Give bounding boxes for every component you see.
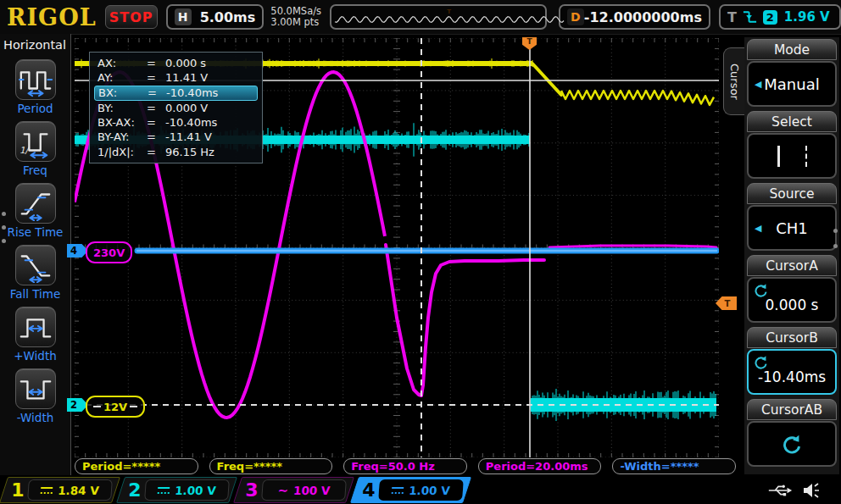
menu-item-cursor-ab[interactable]: CursorAB xyxy=(747,399,837,467)
menu-item-label: -Width xyxy=(17,411,54,424)
run-state-label: STOP xyxy=(109,9,153,25)
channel-scale: 1.00 V xyxy=(175,484,217,497)
menu-item-label: Fall Time xyxy=(10,287,61,301)
menu-page-indicator xyxy=(2,212,6,243)
channel-scale: 100 V xyxy=(293,484,331,497)
channel-number: 4 xyxy=(359,479,379,501)
fall-time-icon xyxy=(15,245,56,285)
measurement-item[interactable]: Period=20.00ms xyxy=(478,458,602,474)
measurement-item[interactable]: Period=***** xyxy=(75,458,198,474)
cursor-b-value: -10.40ms xyxy=(758,368,826,385)
measurement-text: Freq=50.0 Hz xyxy=(351,460,435,473)
trigger-box[interactable]: T 2 1.96 V xyxy=(719,4,841,30)
rise-time-icon xyxy=(15,183,56,224)
cursor-info-row: AY:=11.41 V xyxy=(94,70,258,85)
menu-item-fall-time[interactable]: Fall Time xyxy=(0,245,70,301)
cursor-menu: Cursor Mode ◀ Manual Select Source ◀ xyxy=(744,37,839,474)
cursor-info-row: BY:=0.000 V xyxy=(94,101,258,115)
cursor-info-row: AX:=0.000 s xyxy=(94,56,258,70)
dc-coupling-icon xyxy=(158,486,170,495)
menu-item-title: CursorA xyxy=(747,255,837,276)
falling-edge-icon xyxy=(742,9,758,25)
menu-tab-label: Cursor xyxy=(728,64,741,100)
cursor-a-value: 0.000 s xyxy=(766,296,819,313)
cursor-dash-decoration xyxy=(130,406,137,407)
dc-coupling-icon xyxy=(41,486,53,495)
channel-number: 3 xyxy=(242,479,262,501)
horizontal-badge: H xyxy=(175,8,192,25)
channel-3-label-text: 230V xyxy=(93,246,125,259)
left-arrow-icon: ◀ xyxy=(755,79,761,90)
measurement-item[interactable]: Freq=50.0 Hz xyxy=(343,458,467,474)
channel-scale: 1.84 V xyxy=(58,484,100,497)
measurement-bar: Period=***** Freq=***** Freq=50.0 Hz Per… xyxy=(75,458,736,474)
channel-scale-box: 1.84 V xyxy=(27,479,113,501)
cursor-info-row: BX-AX:=-10.40ms xyxy=(94,115,258,130)
menu-item-period[interactable]: Period xyxy=(0,59,70,115)
channel-bar: 1 1.84 V 2 1.00 V 3 ~ 100 V xyxy=(0,476,841,504)
menu-item-title: Source xyxy=(747,183,837,204)
menu-item-label: Freq xyxy=(23,163,47,177)
measurement-item[interactable]: -Width=***** xyxy=(612,458,736,474)
cursor-dash-decoration xyxy=(93,406,101,407)
knob-icon xyxy=(754,283,768,297)
menu-item-title: CursorAB xyxy=(747,399,837,420)
trigger-source-badge: 2 xyxy=(763,10,777,25)
measurement-text: Period=***** xyxy=(82,460,160,473)
channel-1-label: 12V xyxy=(86,396,145,418)
menu-item-title: Mode xyxy=(747,39,837,60)
knob-icon xyxy=(782,434,802,454)
menu-item-cursor-b[interactable]: CursorB -10.40ms xyxy=(747,327,837,395)
run-state-button[interactable]: STOP xyxy=(105,5,158,29)
horizontal-scale-value: 5.00ms xyxy=(200,9,256,25)
waveform-preview[interactable]: T xyxy=(330,4,547,30)
channel-4-button[interactable]: 4 1.00 V xyxy=(350,477,471,503)
dc-coupling-icon xyxy=(392,486,404,495)
menu-item-plus-width[interactable]: +Width xyxy=(0,307,70,363)
delay-value: -12.0000000ms xyxy=(584,9,702,25)
delay-box[interactable]: D -12.0000000ms xyxy=(559,4,710,30)
cursor-info-row-selected: BX:=-10.40ms xyxy=(94,86,258,101)
menu-item-label: +Width xyxy=(14,349,57,363)
source-page-indicator xyxy=(833,229,838,248)
channel-scale-box: 1.00 V xyxy=(378,479,464,501)
measurement-text: Period=20.00ms xyxy=(486,460,588,473)
channel-1-label-text: 12V xyxy=(103,401,127,413)
channel-2-button[interactable]: 2 1.00 V xyxy=(116,477,237,503)
channel-1-button[interactable]: 1 1.84 V xyxy=(0,477,120,503)
measurement-text: -Width=***** xyxy=(620,460,699,473)
menu-item-minus-width[interactable]: -Width xyxy=(0,368,70,424)
measurement-item[interactable]: Freq=***** xyxy=(209,458,333,474)
channel-scale-box: 1.00 V xyxy=(144,479,230,501)
topbar: RIGOL STOP H 5.00ms 50.0MSa/s 3.00M pts … xyxy=(0,0,841,35)
menu-item-title: CursorB xyxy=(747,327,837,348)
status-icons xyxy=(766,482,821,499)
horizontal-scale-box[interactable]: H 5.00ms xyxy=(166,4,265,30)
channel-number: 2 xyxy=(125,479,145,501)
cursor-info-row: BY-AY:=-11.41 V xyxy=(94,130,258,144)
menu-item-title: Select xyxy=(747,111,837,132)
menu-item-rise-time[interactable]: Rise Time xyxy=(0,183,70,239)
knob-icon xyxy=(754,355,768,369)
menu-item-source[interactable]: Source ◀ CH1 xyxy=(747,183,837,251)
cursor-a-line-icon xyxy=(777,146,780,167)
menu-item-freq[interactable]: 1/ Freq xyxy=(0,121,70,177)
period-icon xyxy=(15,59,56,100)
menu-item-select[interactable]: Select xyxy=(747,111,837,179)
plus-width-icon xyxy=(15,307,56,347)
menu-tab-cursor: Cursor xyxy=(723,47,744,115)
menu-item-mode[interactable]: Mode ◀ Manual xyxy=(747,39,837,107)
mini-marker-label: T xyxy=(447,8,451,15)
cursor-b-line-icon xyxy=(805,146,807,167)
cursor-info-row: 1/|dX|:=96.15 Hz xyxy=(94,144,258,158)
channel-3-button[interactable]: 3 ~ 100 V xyxy=(233,477,354,503)
trigger-label: T xyxy=(727,9,737,25)
menu-item-cursor-a[interactable]: CursorA 0.000 s xyxy=(747,255,837,323)
brand-logo: RIGOL xyxy=(7,4,97,30)
trigger-level-value: 1.96 V xyxy=(784,9,830,25)
horizontal-measure-menu: Horizontal Period 1/ Freq xyxy=(0,34,71,475)
cursor-measurements-panel: AX:=0.000 s AY:=11.41 V BX:=-10.40ms BY:… xyxy=(89,52,263,163)
channel-scale: 1.00 V xyxy=(409,484,451,497)
trigger-level-marker-label: T xyxy=(725,299,731,308)
left-menu-title: Horizontal xyxy=(0,34,70,53)
